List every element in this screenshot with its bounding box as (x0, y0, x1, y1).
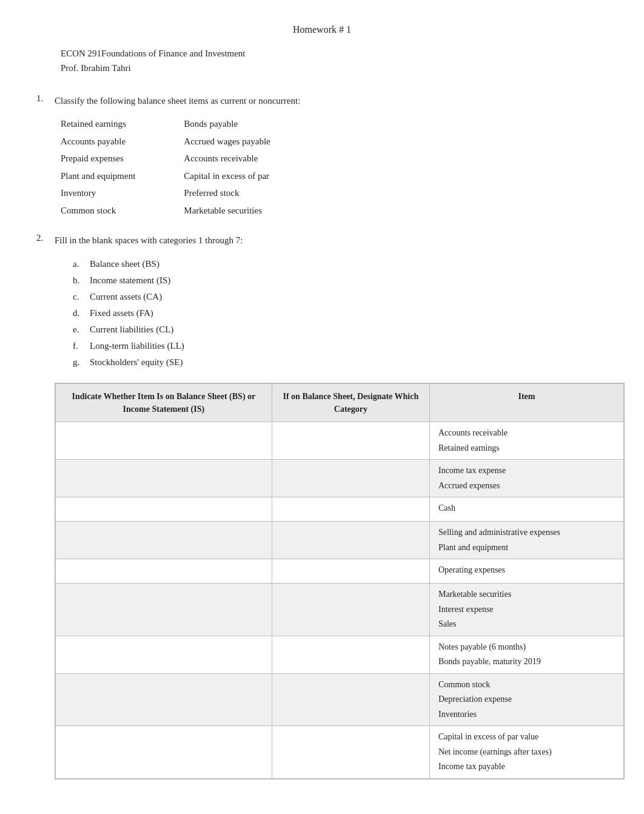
list-item: e.Current liabilities (CL) (73, 321, 608, 338)
bs-is-cell[interactable] (56, 460, 272, 497)
list-item: Accounts payable (61, 134, 135, 150)
q2-text: Fill in the blank spaces with categories… (55, 233, 243, 247)
category-cell[interactable] (272, 460, 429, 497)
item-cell: Common stock Depreciation expense Invent… (429, 673, 623, 726)
bs-is-cell[interactable] (56, 636, 272, 673)
item-cell: Operating expenses (429, 559, 623, 584)
bs-is-cell[interactable] (56, 726, 272, 779)
list-item: Accounts receivable (184, 151, 270, 167)
list-item: c.Current assets (CA) (73, 289, 608, 305)
list-item: g.Stockholders' equity (SE) (73, 354, 608, 371)
list-item: a.Balance sheet (BS) (73, 256, 608, 272)
list-item: Capital in excess of par (184, 169, 270, 184)
bs-is-cell[interactable] (56, 673, 272, 726)
bs-is-cell[interactable] (56, 497, 272, 522)
item-cell: Marketable securities Interest expense S… (429, 584, 623, 636)
bs-is-cell[interactable] (56, 559, 272, 584)
q1-lists: Retained earningsAccounts payablePrepaid… (61, 116, 608, 218)
table-row: Accounts receivable Retained earnings (56, 422, 624, 460)
list-item: Prepaid expenses (61, 151, 135, 167)
category-cell[interactable] (272, 636, 429, 673)
course-name: ECON 291Foundations of Finance and Inves… (61, 46, 608, 61)
list-item: f.Long-term liabilities (LL) (73, 338, 608, 354)
bs-is-cell[interactable] (56, 422, 272, 460)
col-header-1: Indicate Whether Item Is on Balance Shee… (56, 384, 272, 422)
q2-table: Indicate Whether Item Is on Balance Shee… (55, 383, 624, 779)
table-row: Cash (56, 497, 624, 522)
q1-col1: Retained earningsAccounts payablePrepaid… (61, 116, 135, 218)
professor-name: Prof. Ibrahim Tahri (61, 61, 608, 75)
bs-is-cell[interactable] (56, 584, 272, 636)
table-row: Common stock Depreciation expense Invent… (56, 673, 624, 726)
list-item: Plant and equipment (61, 169, 135, 184)
item-cell: Accounts receivable Retained earnings (429, 422, 623, 460)
item-cell: Cash (429, 497, 623, 522)
table-row: Marketable securities Interest expense S… (56, 584, 624, 636)
item-cell: Selling and administrative expenses Plan… (429, 522, 623, 559)
bs-is-cell[interactable] (56, 522, 272, 559)
table-row: Income tax expense Accrued expenses (56, 460, 624, 497)
list-item: b.Income statement (IS) (73, 272, 608, 289)
q2-sublist: a.Balance sheet (BS)b.Income statement (… (73, 256, 608, 371)
list-item: Common stock (61, 203, 135, 219)
category-cell[interactable] (272, 726, 429, 779)
col-header-3: Item (429, 384, 623, 422)
list-item: Accrued wages payable (184, 134, 270, 150)
category-cell[interactable] (272, 559, 429, 584)
list-item: Retained earnings (61, 116, 135, 132)
table-row: Selling and administrative expenses Plan… (56, 522, 624, 559)
item-cell: Income tax expense Accrued expenses (429, 460, 623, 497)
q2-number: 2. (36, 233, 55, 243)
q1-text: Classify the following balance sheet ite… (55, 93, 300, 108)
q1-col2: Bonds payableAccrued wages payableAccoun… (184, 116, 270, 218)
list-item: d.Fixed assets (FA) (73, 305, 608, 321)
category-cell[interactable] (272, 497, 429, 522)
list-item: Bonds payable (184, 116, 270, 132)
page-title: Homework # 1 (36, 24, 608, 35)
category-cell[interactable] (272, 522, 429, 559)
category-cell[interactable] (272, 584, 429, 636)
table-row: Capital in excess of par value Net incom… (56, 726, 624, 779)
item-cell: Capital in excess of par value Net incom… (429, 726, 623, 779)
table-row: Operating expenses (56, 559, 624, 584)
category-cell[interactable] (272, 673, 429, 726)
category-cell[interactable] (272, 422, 429, 460)
table-row: Notes payable (6 months) Bonds payable, … (56, 636, 624, 673)
q2-table-container: Indicate Whether Item Is on Balance Shee… (55, 383, 625, 779)
q1-number: 1. (36, 93, 55, 104)
col-header-2: If on Balance Sheet, Designate Which Cat… (272, 384, 429, 422)
course-info: ECON 291Foundations of Finance and Inves… (61, 46, 608, 75)
list-item: Preferred stock (184, 186, 270, 201)
list-item: Marketable securities (184, 203, 270, 219)
item-cell: Notes payable (6 months) Bonds payable, … (429, 636, 623, 673)
list-item: Inventory (61, 186, 135, 201)
question-1: 1. Classify the following balance sheet … (36, 93, 608, 218)
question-2: 2. Fill in the blank spaces with categor… (36, 233, 608, 779)
